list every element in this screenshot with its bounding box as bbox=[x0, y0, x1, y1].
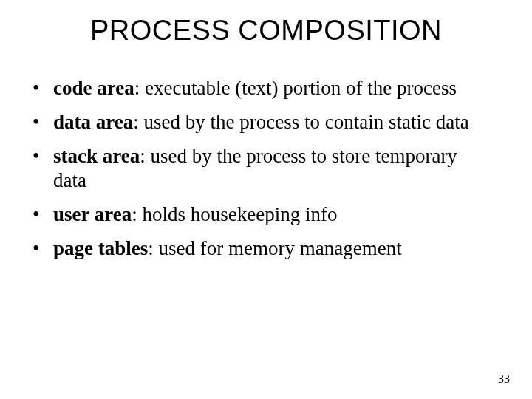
list-item: user area: holds housekeeping info bbox=[33, 202, 495, 228]
term: code area bbox=[53, 77, 134, 99]
list-item: page tables: used for memory management bbox=[33, 236, 495, 262]
term: user area bbox=[53, 203, 132, 225]
term: data area bbox=[53, 111, 133, 133]
description: : used for memory management bbox=[148, 237, 401, 259]
description: : used by the process to contain static … bbox=[133, 111, 468, 133]
term: page tables bbox=[53, 237, 148, 259]
list-item: code area: executable (text) portion of … bbox=[33, 76, 495, 101]
page-number: 33 bbox=[498, 372, 510, 386]
list-item: data area: used by the process to contai… bbox=[33, 110, 495, 135]
description: : holds housekeeping info bbox=[132, 203, 337, 225]
slide: PROCESS COMPOSITION code area: executabl… bbox=[0, 0, 532, 399]
slide-title: PROCESS COMPOSITION bbox=[30, 15, 502, 47]
list-item: stack area: used by the process to store… bbox=[33, 144, 495, 194]
description: : executable (text) portion of the proce… bbox=[134, 77, 457, 99]
bullet-list: code area: executable (text) portion of … bbox=[30, 76, 502, 262]
term: stack area bbox=[53, 145, 140, 167]
